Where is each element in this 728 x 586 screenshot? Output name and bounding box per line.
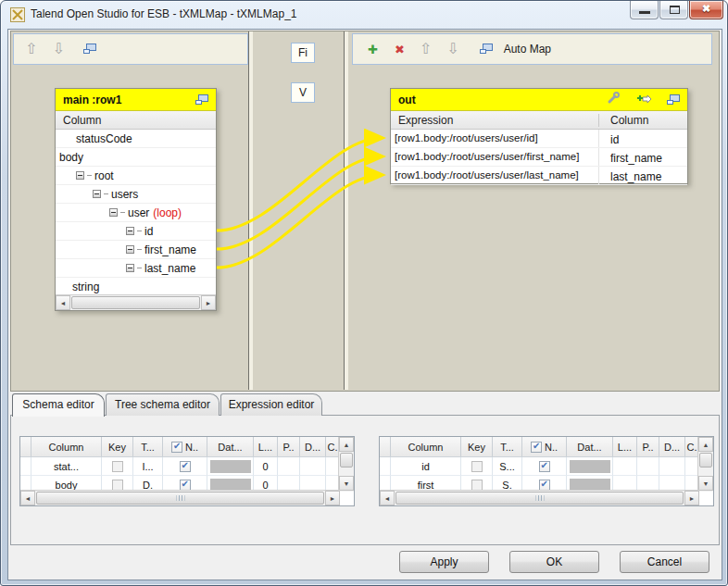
- scroll-left-icon[interactable]: ◄: [56, 295, 70, 310]
- type-cell[interactable]: I...: [133, 457, 163, 476]
- move-up-icon: ⇧: [420, 41, 432, 56]
- scroll-right-icon[interactable]: ►: [684, 491, 699, 505]
- vertical-scrollbar[interactable]: ▲ ▼: [338, 437, 354, 492]
- tree-node-last-name[interactable]: last_name: [56, 259, 216, 278]
- var-button[interactable]: V: [291, 82, 315, 103]
- tab-expression-editor[interactable]: Expression editor: [220, 393, 322, 416]
- scroll-left-icon[interactable]: ◄: [20, 491, 35, 505]
- maximize-button[interactable]: [659, 1, 688, 19]
- move-up-button[interactable]: ⇧: [420, 41, 432, 57]
- column-cell[interactable]: id: [599, 130, 687, 147]
- horizontal-scrollbar[interactable]: ◄ ►: [56, 294, 216, 310]
- length-cell[interactable]: [613, 457, 637, 476]
- scroll-down-icon[interactable]: ▼: [339, 476, 354, 491]
- schema-row[interactable]: id S...: [380, 457, 713, 476]
- key-checkbox[interactable]: [471, 480, 483, 491]
- expression-column-header: Expression: [391, 114, 599, 127]
- tree-node-first-name[interactable]: first_name: [56, 241, 216, 259]
- minimize-icon: [639, 11, 650, 14]
- tree-expander-icon[interactable]: [76, 171, 84, 180]
- add-column-icon: [637, 94, 652, 105]
- tree-node-users[interactable]: users: [56, 185, 216, 204]
- length-cell[interactable]: 0: [254, 457, 278, 476]
- tree-expander-icon[interactable]: [126, 245, 134, 254]
- remove-icon: ✖: [395, 43, 405, 56]
- add-column-button[interactable]: [637, 92, 652, 108]
- scrollbar-thumb[interactable]: [71, 296, 200, 309]
- set-loop-function-button[interactable]: [607, 92, 621, 108]
- scroll-right-icon[interactable]: ►: [201, 295, 216, 310]
- input-table-header: main :row1: [56, 89, 216, 111]
- minimize-panel-button[interactable]: [83, 41, 96, 57]
- tree-expander-icon[interactable]: [126, 264, 134, 272]
- tree-expander-icon[interactable]: [93, 190, 101, 198]
- horizontal-scrollbar[interactable]: ◄ ►: [380, 490, 699, 505]
- key-checkbox[interactable]: [471, 461, 483, 472]
- nullable-checkbox[interactable]: [180, 461, 191, 472]
- minimize-panel-button[interactable]: [480, 41, 493, 57]
- schema-row[interactable]: stat... I... 0: [20, 457, 354, 476]
- remove-output-button[interactable]: ✖: [395, 41, 405, 57]
- title-bar[interactable]: Talend Open Studio for ESB - tXMLMap - t…: [1, 1, 727, 29]
- ok-button[interactable]: OK: [509, 551, 599, 573]
- tree-node-id[interactable]: id: [56, 222, 216, 241]
- scrollbar-thumb[interactable]: [699, 453, 712, 468]
- cancel-button[interactable]: Cancel: [620, 551, 709, 573]
- add-output-button[interactable]: ✚: [368, 41, 378, 57]
- column-cell[interactable]: first_name: [599, 148, 687, 166]
- scrollbar-thumb[interactable]: [36, 492, 324, 505]
- nullable-checkbox[interactable]: [539, 480, 550, 491]
- apply-button[interactable]: Apply: [399, 551, 489, 573]
- column-cell[interactable]: last_name: [599, 167, 687, 184]
- left-schema-grid: Column Key T... N.. Dat... L... P.. D...…: [19, 436, 355, 506]
- filter-button[interactable]: Fi: [291, 43, 315, 63]
- close-button[interactable]: ✖: [689, 1, 723, 19]
- output-row[interactable]: [row1.body:/root/users/user/first_name] …: [391, 148, 687, 167]
- scroll-down-icon[interactable]: ▼: [698, 476, 713, 491]
- expression-cell[interactable]: [row1.body:/root/users/user/first_name]: [391, 148, 599, 166]
- scroll-left-icon[interactable]: ◄: [380, 491, 395, 505]
- minimize-table-button[interactable]: [667, 92, 680, 108]
- nullable-all-checkbox[interactable]: [531, 442, 542, 453]
- tree-node-string[interactable]: string: [56, 278, 216, 296]
- scroll-up-icon[interactable]: ▲: [698, 437, 713, 452]
- expression-cell[interactable]: [row1.body:/root/users/user/id]: [391, 130, 599, 147]
- scroll-up-icon[interactable]: ▲: [339, 437, 354, 452]
- move-down-button[interactable]: ⇩: [446, 41, 458, 57]
- scrollbar-thumb[interactable]: [340, 453, 353, 468]
- expression-cell[interactable]: [row1.body:/root/users/user/last_name]: [391, 167, 599, 184]
- minimize-table-button[interactable]: [195, 92, 208, 108]
- column-name-cell[interactable]: id: [391, 457, 461, 476]
- scroll-right-icon[interactable]: ►: [325, 491, 340, 505]
- type-cell[interactable]: S...: [493, 457, 522, 476]
- tree-node-user[interactable]: user(loop): [56, 204, 216, 222]
- horizontal-scrollbar[interactable]: ◄ ►: [20, 490, 340, 505]
- vertical-scrollbar[interactable]: ▲ ▼: [697, 437, 713, 492]
- key-checkbox[interactable]: [112, 461, 123, 472]
- move-down-icon: ⇩: [446, 41, 458, 56]
- tree-node-root[interactable]: root: [56, 167, 216, 185]
- output-row[interactable]: [row1.body:/root/users/user/id] id: [391, 130, 687, 148]
- output-table: out Expression Column [row1.body:/root/u…: [390, 88, 688, 184]
- nullable-all-checkbox[interactable]: [171, 442, 182, 453]
- output-row[interactable]: [row1.body:/root/users/user/last_name] l…: [391, 167, 687, 185]
- tree-node-body[interactable]: body: [56, 148, 216, 167]
- tree-node-statuscode[interactable]: statusCode: [56, 130, 216, 148]
- key-checkbox[interactable]: [112, 480, 123, 491]
- tree-expander-icon[interactable]: [126, 227, 134, 235]
- scrollbar-thumb[interactable]: [395, 492, 684, 505]
- tab-tree-schema-editor[interactable]: Tree schema editor: [106, 393, 220, 416]
- move-up-button[interactable]: ⇧: [25, 41, 37, 57]
- nullable-checkbox[interactable]: [539, 461, 550, 472]
- nullable-checkbox[interactable]: [180, 480, 191, 491]
- tree-expander-icon[interactable]: [109, 208, 118, 217]
- move-up-icon: ⇧: [25, 41, 37, 56]
- tab-schema-editor[interactable]: Schema editor: [12, 393, 105, 417]
- minimize-button[interactable]: [630, 1, 659, 19]
- input-panel-toolbar: ⇧ ⇩: [13, 33, 248, 65]
- column-name-cell[interactable]: stat...: [31, 457, 102, 476]
- auto-map-button[interactable]: Auto Map: [504, 43, 551, 56]
- input-column-header: Column: [56, 111, 216, 130]
- window-restore-icon: [83, 44, 96, 54]
- move-down-button[interactable]: ⇩: [52, 41, 64, 57]
